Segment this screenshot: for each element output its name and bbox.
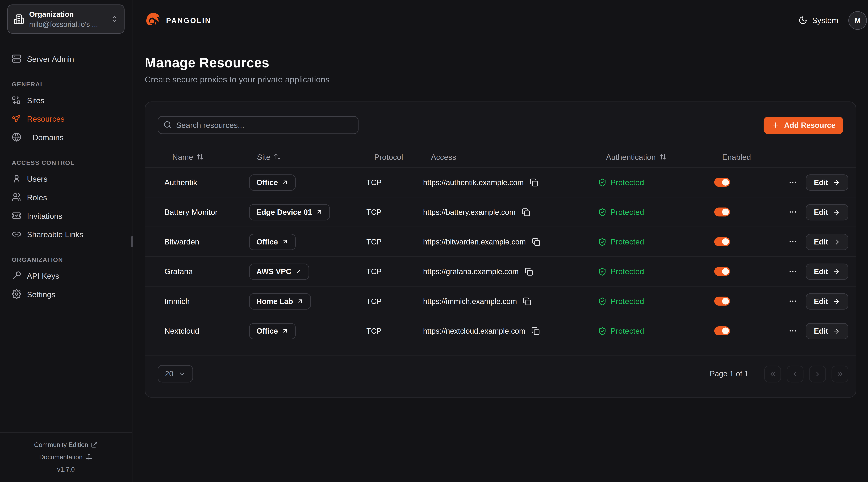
arrow-up-right-icon <box>282 238 288 245</box>
copy-icon[interactable] <box>530 325 541 336</box>
site-link-button[interactable]: Edge Device 01 <box>249 204 330 220</box>
sort-icon <box>659 153 666 160</box>
next-page-button[interactable] <box>809 365 826 382</box>
arrow-up-right-icon <box>295 268 302 275</box>
sidebar-item-resources[interactable]: Resources <box>7 109 125 128</box>
table-row: Authentik Office TCP https://authentik.e… <box>145 167 856 197</box>
edit-button[interactable]: Edit <box>806 263 848 280</box>
sidebar-item-settings[interactable]: Settings <box>7 285 125 303</box>
sidebar-item-roles[interactable]: Roles <box>7 188 125 206</box>
enabled-toggle[interactable] <box>714 267 730 276</box>
users-icon <box>12 192 21 202</box>
table-header-row: Name Site Protocol Access Auth <box>145 147 856 167</box>
edit-button[interactable]: Edit <box>806 293 848 309</box>
enabled-toggle[interactable] <box>714 326 730 335</box>
edit-button[interactable]: Edit <box>806 323 848 339</box>
arrow-up-right-icon <box>282 328 288 334</box>
sidebar-item-label: Domains <box>32 133 64 141</box>
last-page-button[interactable] <box>832 365 848 382</box>
sort-icon <box>196 153 204 160</box>
theme-label: System <box>812 15 838 25</box>
page-header: Manage Resources Create secure proxies t… <box>132 40 868 84</box>
sidebar-item-label: API Keys <box>27 271 59 280</box>
sidebar-item-shareable-links[interactable]: Shareable Links <box>7 225 125 244</box>
access-url: https://grafana.example.com <box>423 267 519 276</box>
enabled-toggle[interactable] <box>714 207 730 217</box>
community-edition-link[interactable]: Community Edition <box>0 438 132 451</box>
arrow-right-icon <box>833 268 840 275</box>
arrow-right-icon <box>833 179 840 186</box>
enabled-toggle[interactable] <box>714 178 730 187</box>
copy-icon[interactable] <box>522 296 533 307</box>
page-size-select[interactable]: 20 <box>158 365 193 382</box>
arrow-right-icon <box>833 208 840 216</box>
row-menu-button[interactable] <box>787 205 798 219</box>
site-link-button[interactable]: Home Lab <box>249 293 311 309</box>
documentation-link[interactable]: Documentation <box>0 451 132 463</box>
section-label-general: GENERAL <box>12 81 120 88</box>
edit-button[interactable]: Edit <box>806 233 848 250</box>
arrow-right-icon <box>833 238 840 245</box>
first-page-button[interactable] <box>764 365 781 382</box>
edit-button[interactable]: Edit <box>806 174 848 191</box>
pangolin-logo <box>145 12 162 29</box>
app-window: Organization milo@fossorial.io's ... Ser… <box>0 0 868 482</box>
access-url: https://nextcloud.example.com <box>423 327 525 335</box>
arrow-right-icon <box>833 297 840 305</box>
site-link-button[interactable]: AWS VPC <box>249 263 309 280</box>
org-title: Organization <box>29 10 74 19</box>
sidebar-nav: Server Admin GENERAL Sites Resources <box>0 34 132 432</box>
org-selector[interactable]: Organization milo@fossorial.io's ... <box>7 4 125 34</box>
avatar[interactable]: M <box>848 11 867 30</box>
enabled-toggle[interactable] <box>714 297 730 306</box>
book-open-icon <box>85 453 93 460</box>
auth-status: Protected <box>611 297 644 306</box>
auth-status: Protected <box>611 326 644 335</box>
previous-page-button[interactable] <box>786 365 803 382</box>
edit-button[interactable]: Edit <box>806 204 848 220</box>
row-menu-button[interactable] <box>787 235 798 249</box>
card-footer: 20 Page 1 of 1 <box>145 355 856 382</box>
protocol-value: TCP <box>367 327 423 335</box>
add-resource-button[interactable]: Add Resource <box>764 117 843 134</box>
search-input[interactable] <box>158 116 359 134</box>
link-icon <box>12 229 21 239</box>
copy-icon[interactable] <box>531 236 541 247</box>
row-menu-button[interactable] <box>787 294 798 308</box>
sidebar-item-invitations[interactable]: Invitations <box>7 206 125 225</box>
row-menu-button[interactable] <box>787 324 798 338</box>
sidebar-item-api-keys[interactable]: API Keys <box>7 266 125 285</box>
row-menu-button[interactable] <box>787 175 798 189</box>
plus-icon <box>772 121 780 129</box>
copy-icon[interactable] <box>521 207 531 217</box>
table-row: Nextcloud Office TCP https://nextcloud.e… <box>145 316 856 346</box>
copy-icon[interactable] <box>529 177 539 188</box>
sidebar-item-label: Sites <box>27 96 44 105</box>
table-row: Grafana AWS VPC TCP https://grafana.exam… <box>145 256 856 286</box>
table-row: Bitwarden Office TCP https://bitwarden.e… <box>145 227 856 256</box>
row-menu-button[interactable] <box>787 265 798 278</box>
protocol-value: TCP <box>367 267 423 276</box>
sidebar-item-users[interactable]: Users <box>7 169 125 188</box>
sidebar-resize-handle[interactable] <box>131 236 133 248</box>
globe-icon <box>12 132 21 142</box>
site-link-button[interactable]: Office <box>249 323 296 339</box>
column-header-site[interactable]: Site <box>249 152 367 161</box>
org-subtitle: milo@fossorial.io's ... <box>29 20 98 28</box>
shield-check-icon <box>598 208 607 216</box>
main-area: PANGOLIN System M Manage Resources Creat… <box>132 0 868 482</box>
site-link-button[interactable]: Office <box>249 233 296 250</box>
page-title: Manage Resources <box>145 55 856 71</box>
brand-name: PANGOLIN <box>166 16 211 24</box>
theme-toggle[interactable]: System <box>799 15 838 25</box>
protocol-value: TCP <box>367 297 423 305</box>
copy-icon[interactable] <box>524 266 534 277</box>
site-link-button[interactable]: Office <box>249 174 296 191</box>
column-header-name[interactable]: Name <box>164 152 249 161</box>
building-icon <box>13 14 24 24</box>
column-header-authentication[interactable]: Authentication <box>598 152 714 161</box>
sidebar-item-server-admin[interactable]: Server Admin <box>7 49 125 68</box>
sidebar-item-sites[interactable]: Sites <box>7 91 125 109</box>
enabled-toggle[interactable] <box>714 237 730 246</box>
sidebar-item-domains[interactable]: Domains <box>7 128 125 147</box>
